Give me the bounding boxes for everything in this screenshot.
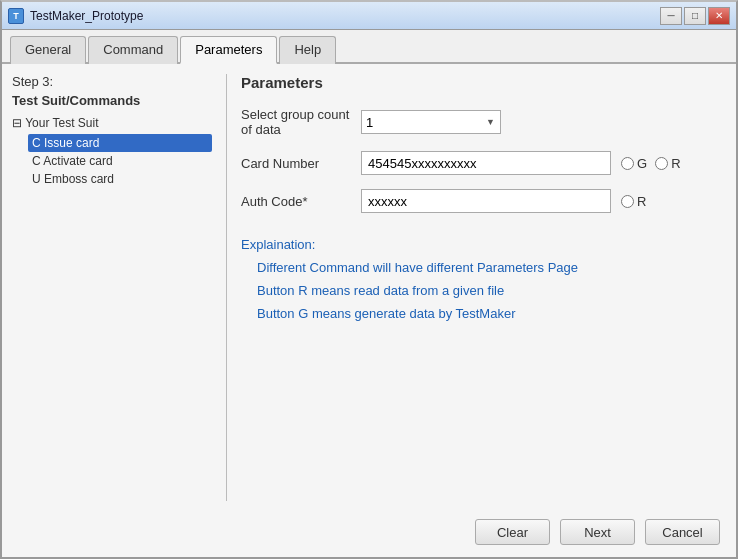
tree-children: C Issue card C Activate card U Emboss ca… [28, 134, 212, 188]
app-icon: T [8, 8, 24, 24]
window-title: TestMaker_Prototype [30, 9, 660, 23]
auth-code-control: R [361, 189, 726, 213]
tab-command[interactable]: Command [88, 36, 178, 64]
select-group-input[interactable]: 1 2 3 4 5 [361, 110, 501, 134]
tree-root-label: Your Test Suit [25, 116, 98, 130]
maximize-button[interactable]: □ [684, 7, 706, 25]
step-label: Step 3: [12, 74, 212, 89]
tab-general[interactable]: General [10, 36, 86, 64]
radio-r-label-card: R [655, 156, 680, 171]
card-number-row: Card Number G R [241, 151, 726, 175]
tree-root-expand-icon: ⊟ [12, 116, 25, 130]
right-panel: Parameters Select group count of data 1 … [241, 74, 726, 501]
auth-code-row: Auth Code* R [241, 189, 726, 213]
tab-help[interactable]: Help [279, 36, 336, 64]
vertical-divider [226, 74, 227, 501]
radio-r-card-input[interactable] [655, 157, 668, 170]
left-panel: Step 3: Test Suit/Commands ⊟ Your Test S… [12, 74, 212, 501]
select-wrapper: 1 2 3 4 5 [361, 110, 501, 134]
title-bar: T TestMaker_Prototype ─ □ ✕ [2, 2, 736, 30]
tree-item-u-emboss-label: U Emboss card [32, 172, 114, 186]
tree-item-c-activate-label: C Activate card [32, 154, 113, 168]
radio-r-card-text: R [671, 156, 680, 171]
card-number-label: Card Number [241, 156, 361, 171]
auth-code-label: Auth Code* [241, 194, 361, 209]
main-content: Step 3: Test Suit/Commands ⊟ Your Test S… [2, 64, 736, 511]
explanation-line-2: Button R means read data from a given fi… [241, 283, 726, 298]
tree-item-c-issue-label: C Issue card [32, 136, 99, 150]
select-group-label: Select group count of data [241, 107, 361, 137]
explanation-section: Explaination: Different Command will hav… [241, 237, 726, 329]
auth-code-input[interactable] [361, 189, 611, 213]
tree-root: ⊟ Your Test Suit [12, 116, 212, 130]
panel-title: Test Suit/Commands [12, 93, 212, 108]
params-title: Parameters [241, 74, 726, 91]
select-group-control: 1 2 3 4 5 [361, 110, 726, 134]
radio-r-auth-label: R [621, 194, 646, 209]
tree-item-c-issue[interactable]: C Issue card [28, 134, 212, 152]
clear-button[interactable]: Clear [475, 519, 550, 545]
radio-g-input[interactable] [621, 157, 634, 170]
auth-code-radio-group: R [621, 194, 646, 209]
explanation-line-3: Button G means generate data by TestMake… [241, 306, 726, 321]
select-group-row: Select group count of data 1 2 3 4 5 [241, 107, 726, 137]
radio-g-text: G [637, 156, 647, 171]
close-button[interactable]: ✕ [708, 7, 730, 25]
tree-item-c-activate[interactable]: C Activate card [28, 152, 212, 170]
tree: ⊟ Your Test Suit C Issue card C Activate… [12, 116, 212, 188]
explanation-line-1: Different Command will have different Pa… [241, 260, 726, 275]
minimize-button[interactable]: ─ [660, 7, 682, 25]
radio-r-auth-text: R [637, 194, 646, 209]
tab-bar: General Command Parameters Help [2, 30, 736, 64]
radio-g-label: G [621, 156, 647, 171]
card-number-radio-group: G R [621, 156, 681, 171]
bottom-bar: Clear Next Cancel [2, 511, 736, 557]
main-window: T TestMaker_Prototype ─ □ ✕ General Comm… [0, 0, 738, 559]
explanation-title: Explaination: [241, 237, 726, 252]
card-number-control: G R [361, 151, 726, 175]
cancel-button[interactable]: Cancel [645, 519, 720, 545]
tree-item-u-emboss[interactable]: U Emboss card [28, 170, 212, 188]
next-button[interactable]: Next [560, 519, 635, 545]
window-controls: ─ □ ✕ [660, 7, 730, 25]
card-number-input[interactable] [361, 151, 611, 175]
radio-r-auth-input[interactable] [621, 195, 634, 208]
tab-parameters[interactable]: Parameters [180, 36, 277, 64]
